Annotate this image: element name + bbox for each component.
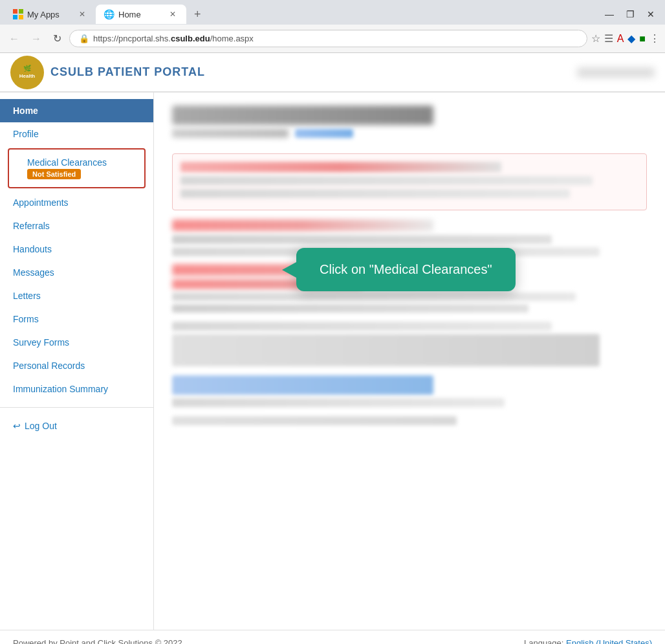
back-button[interactable]: ← (5, 30, 23, 47)
gray-row4-blurred (172, 304, 529, 313)
tab-home-close[interactable]: ✕ (167, 8, 179, 20)
not-satisfied-badge: Not Satisfied (27, 169, 81, 179)
tooltip-bubble: Click on "Medical Clearances" (296, 248, 516, 291)
gray-row7-blurred (172, 416, 457, 425)
minimize-button[interactable]: — (600, 5, 618, 23)
sidebar-item-handouts[interactable]: Handouts (0, 238, 153, 261)
sidebar-item-letters[interactable]: Letters (0, 284, 153, 307)
gray-row6-blurred (172, 398, 505, 407)
tab-home[interactable]: 🌐 Home ✕ (96, 5, 186, 24)
row2-blurred (180, 176, 593, 185)
sidebar-item-profile[interactable]: Profile (0, 122, 153, 146)
gray-row1-blurred (172, 235, 552, 244)
sidebar-item-medical-clearances[interactable]: Medical Clearances Not Satisfied (14, 152, 139, 184)
sidebar-item-personal-records[interactable]: Personal Records (0, 354, 153, 377)
portal-title: CSULB PATIENT PORTAL (50, 65, 205, 79)
lock-icon: 🔒 (79, 34, 89, 43)
sidebar-item-appointments[interactable]: Appointments (0, 191, 153, 214)
language-value[interactable]: English (United States) (566, 638, 652, 644)
tab-home-label: Home (118, 10, 141, 19)
ext3-icon[interactable]: ■ (639, 33, 646, 45)
sidebar-item-messages[interactable]: Messages (0, 261, 153, 284)
content-section-5 (172, 375, 647, 407)
footer: Powered by Point and Click Solutions © 2… (0, 630, 665, 644)
window-controls: — ❐ ✕ (600, 5, 660, 23)
subtitle2-blurred (295, 129, 353, 138)
tab-myapps-label: My Apps (27, 10, 60, 19)
sidebar-item-immunization-summary[interactable]: Immunization Summary (0, 377, 153, 401)
sidebar-divider (0, 407, 153, 408)
user-info-blurred (577, 67, 655, 78)
close-button[interactable]: ✕ (642, 5, 660, 23)
favorites-icon[interactable]: ☆ (591, 32, 600, 45)
row3-blurred (180, 189, 570, 198)
ext1-icon[interactable]: A (617, 33, 624, 45)
content-section-1 (172, 153, 647, 210)
forward-button[interactable]: → (27, 30, 45, 47)
page-heading (172, 105, 647, 143)
content-section-6 (172, 416, 647, 425)
portal-logo: 🌿Health (10, 56, 44, 89)
medical-clearances-label: Medical Clearances (27, 157, 126, 168)
row1-blurred (180, 162, 501, 172)
sidebar: Home Profile Medical Clearances Not Sati… (0, 93, 154, 630)
sidebar-item-logout[interactable]: ↩ Log Out (0, 414, 153, 438)
red-row-blurred (172, 219, 433, 231)
restore-button[interactable]: ❐ (621, 5, 639, 23)
portal-header: 🌿Health CSULB PATIENT PORTAL (0, 53, 665, 92)
address-bar: ← → ↻ 🔒 https://pncportal.shs.csulb.edu/… (0, 25, 665, 53)
logo-area: 🌿Health CSULB PATIENT PORTAL (10, 56, 205, 89)
blue-row-blurred (172, 375, 433, 395)
logout-label: Log Out (25, 421, 57, 431)
sidebar-item-home[interactable]: Home (0, 99, 153, 122)
address-icons: ☆ ☰ A ◆ ■ ⋮ (591, 32, 660, 45)
content-section-4 (172, 322, 647, 366)
refresh-button[interactable]: ↻ (49, 30, 65, 47)
subtitle1-blurred (172, 129, 289, 138)
footer-language: Language: English (United States) (524, 638, 652, 644)
medical-clearances-box[interactable]: Medical Clearances Not Satisfied (8, 148, 146, 188)
page-title-blurred (172, 105, 433, 125)
large-block-blurred (172, 334, 600, 366)
address-input[interactable]: 🔒 https://pncportal.shs.csulb.edu/home.a… (69, 30, 587, 47)
home-favicon: 🌐 (104, 9, 114, 19)
gray-row3-blurred (172, 293, 576, 301)
gray-row5-blurred (172, 322, 552, 331)
logout-icon: ↩ (13, 421, 21, 431)
language-label: Language: (524, 638, 563, 644)
tab-myapps-close[interactable]: ✕ (76, 8, 88, 20)
myapps-favicon (13, 9, 23, 19)
tab-myapps[interactable]: My Apps ✕ (5, 5, 96, 24)
sidebar-item-forms[interactable]: Forms (0, 307, 153, 331)
browser-window: My Apps ✕ 🌐 Home ✕ + — ❐ ✕ ← → ↻ 🔒 https… (0, 0, 665, 644)
main-content: Click on "Medical Clearances" (154, 93, 665, 630)
tooltip-text: Click on "Medical Clearances" (320, 262, 492, 276)
ext2-icon[interactable]: ◆ (627, 32, 635, 45)
new-tab-button[interactable]: + (189, 6, 206, 23)
pocket-icon[interactable]: ☰ (604, 32, 613, 45)
menu-icon[interactable]: ⋮ (649, 32, 660, 45)
sidebar-item-referrals[interactable]: Referrals (0, 214, 153, 238)
sidebar-item-survey-forms[interactable]: Survey Forms (0, 331, 153, 354)
address-text: https://pncportal.shs.csulb.edu/home.asp… (93, 34, 254, 43)
footer-copyright: Powered by Point and Click Solutions © 2… (13, 638, 182, 644)
title-bar: My Apps ✕ 🌐 Home ✕ + — ❐ ✕ (0, 0, 665, 25)
